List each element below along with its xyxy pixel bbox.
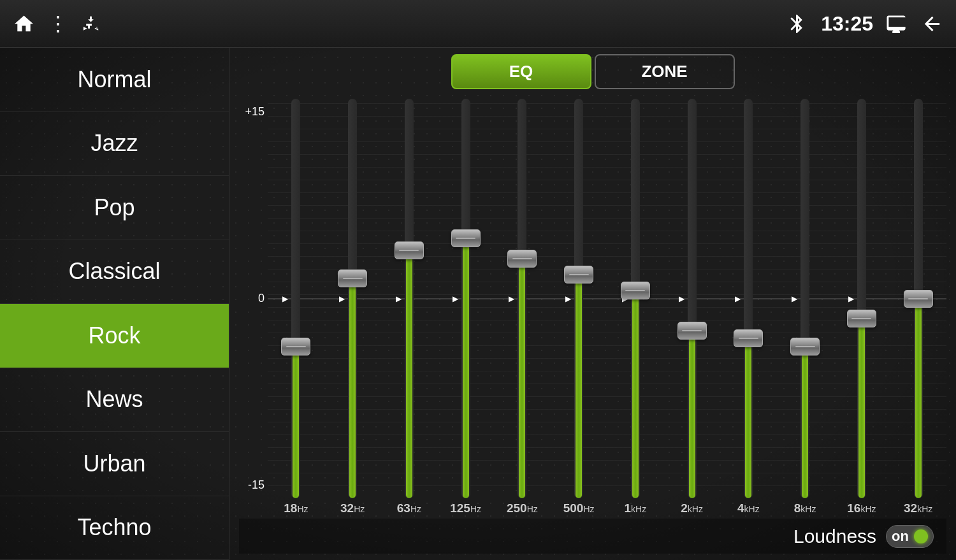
slider-handle-0[interactable] [281, 338, 310, 355]
slider-handle-7[interactable] [677, 322, 707, 340]
sidebar-item-jazz[interactable]: Jazz [0, 112, 229, 176]
slider-track-10[interactable]: ▶ [857, 99, 866, 498]
slider-col-9: ▶ [777, 99, 834, 498]
eq-sliders-container: +15 0 -15 ▶▶▶▶▶▶▶▶▶▶▶▶ 18Hz32Hz63Hz125Hz… [239, 99, 946, 519]
zero-tick-3: ▶ [453, 294, 458, 303]
clock-display: 13:25 [821, 12, 873, 36]
sidebar-item-normal[interactable]: Normal [0, 48, 229, 112]
freq-label-5: 500Hz [551, 501, 607, 515]
slider-handle-4[interactable] [507, 250, 537, 268]
eq-area: EQ ZONE +15 0 -15 ▶▶▶▶▶▶▶▶▶▶▶▶ 18Hz32Hz6… [229, 48, 956, 560]
slider-fill-7 [689, 331, 695, 498]
slider-track-container-10: ▶ [834, 99, 890, 498]
zero-tick-1: ▶ [339, 294, 345, 303]
slider-track-container-5: ▶ [551, 99, 607, 498]
slider-track-container-11: ▶ [890, 99, 946, 498]
slider-track-container-7: ▶ [663, 99, 720, 498]
sidebar-item-news[interactable]: News [0, 368, 229, 433]
sliders-area: +15 0 -15 ▶▶▶▶▶▶▶▶▶▶▶▶ [239, 99, 946, 498]
sliders-grid: ▶▶▶▶▶▶▶▶▶▶▶▶ [268, 99, 946, 498]
slider-fill-1 [349, 278, 356, 498]
slider-col-3: ▶ [437, 99, 494, 498]
main-content: NormalJazzPopClassicalRockNewsUrbanTechn… [0, 48, 956, 560]
slider-track-0[interactable]: ▶ [291, 99, 300, 498]
slider-handle-2[interactable] [395, 241, 424, 259]
tab-zone[interactable]: ZONE [595, 54, 735, 89]
slider-handle-6[interactable] [621, 282, 650, 299]
slider-track-2[interactable]: ▶ [405, 99, 414, 498]
slider-track-11[interactable]: ▶ [914, 99, 923, 498]
freq-label-2: 63Hz [381, 501, 438, 515]
slider-col-1: ▶ [324, 99, 381, 498]
slider-handle-10[interactable] [847, 310, 876, 327]
slider-track-4[interactable]: ▶ [518, 99, 526, 498]
slider-handle-11[interactable] [904, 290, 933, 308]
top-bar-right: 13:25 [786, 12, 943, 36]
slider-col-11: ▶ [890, 99, 946, 498]
slider-col-8: ▶ [720, 99, 777, 498]
scale-mid: 0 [242, 292, 264, 305]
slider-track-container-9: ▶ [777, 99, 834, 498]
preset-sidebar: NormalJazzPopClassicalRockNewsUrbanTechn… [0, 48, 229, 560]
freq-label-8: 4kHz [720, 501, 777, 515]
sidebar-item-urban[interactable]: Urban [0, 432, 229, 496]
loudness-dot [914, 529, 928, 543]
scale-min: -15 [242, 478, 264, 492]
menu-icon[interactable]: ⋮ [48, 11, 67, 36]
zero-tick-10: ▶ [848, 294, 854, 303]
loudness-label: Loudness [793, 526, 876, 547]
sidebar-item-classical[interactable]: Classical [0, 240, 229, 305]
slider-fill-8 [745, 338, 751, 498]
usb-icon[interactable] [80, 13, 102, 35]
slider-col-10: ▶ [834, 99, 890, 498]
freq-label-4: 250Hz [494, 501, 551, 515]
freq-label-9: 8kHz [777, 501, 834, 515]
zero-tick-0: ▶ [282, 294, 288, 303]
zero-tick-4: ▶ [509, 294, 514, 303]
slider-track-8[interactable]: ▶ [744, 99, 753, 498]
slider-handle-1[interactable] [338, 269, 367, 287]
tab-eq[interactable]: EQ [451, 54, 591, 89]
freq-labels-grid: 18Hz32Hz63Hz125Hz250Hz500Hz1kHz2kHz4kHz8… [268, 501, 946, 515]
slider-handle-5[interactable] [564, 266, 593, 284]
slider-col-7: ▶ [663, 99, 720, 498]
freq-label-7: 2kHz [663, 501, 720, 515]
back-icon[interactable] [921, 13, 943, 35]
zero-tick-5: ▶ [565, 294, 571, 303]
slider-track-9[interactable]: ▶ [800, 99, 809, 498]
slider-fill-11 [915, 299, 922, 499]
freq-labels: 18Hz32Hz63Hz125Hz250Hz500Hz1kHz2kHz4kHz8… [239, 498, 946, 519]
sidebar-item-techno[interactable]: Techno [0, 496, 229, 561]
scale-labels: +15 0 -15 [239, 99, 268, 498]
screen-icon[interactable] [886, 13, 908, 35]
slider-handle-8[interactable] [734, 329, 763, 347]
slider-track-7[interactable]: ▶ [688, 99, 697, 498]
slider-col-0: ▶ [268, 99, 324, 498]
home-icon[interactable] [13, 13, 35, 35]
slider-track-3[interactable]: ▶ [461, 99, 470, 498]
freq-label-6: 1kHz [607, 501, 664, 515]
slider-handle-9[interactable] [790, 338, 820, 355]
slider-handle-3[interactable] [451, 229, 481, 247]
slider-fill-4 [519, 259, 525, 498]
slider-track-5[interactable]: ▶ [574, 99, 583, 498]
sidebar-item-pop[interactable]: Pop [0, 176, 229, 240]
slider-fill-6 [632, 291, 639, 498]
tab-bar: EQ ZONE [239, 54, 946, 89]
slider-fill-10 [858, 319, 865, 498]
loudness-toggle[interactable]: on [886, 525, 934, 548]
slider-fill-5 [576, 275, 582, 498]
slider-track-container-6: ▶ [607, 99, 664, 498]
slider-col-4: ▶ [494, 99, 551, 498]
zero-tick-8: ▶ [735, 294, 741, 303]
bottom-bar: Loudness on [239, 519, 946, 554]
bluetooth-icon[interactable] [786, 13, 808, 35]
slider-track-6[interactable]: ▶ [631, 99, 640, 498]
slider-track-container-1: ▶ [324, 99, 381, 498]
freq-label-3: 125Hz [437, 501, 494, 515]
sidebar-item-rock[interactable]: Rock [0, 304, 229, 368]
slider-fill-3 [463, 238, 469, 498]
freq-label-0: 18Hz [268, 501, 324, 515]
slider-track-1[interactable]: ▶ [348, 99, 357, 498]
slider-track-container-4: ▶ [494, 99, 551, 498]
